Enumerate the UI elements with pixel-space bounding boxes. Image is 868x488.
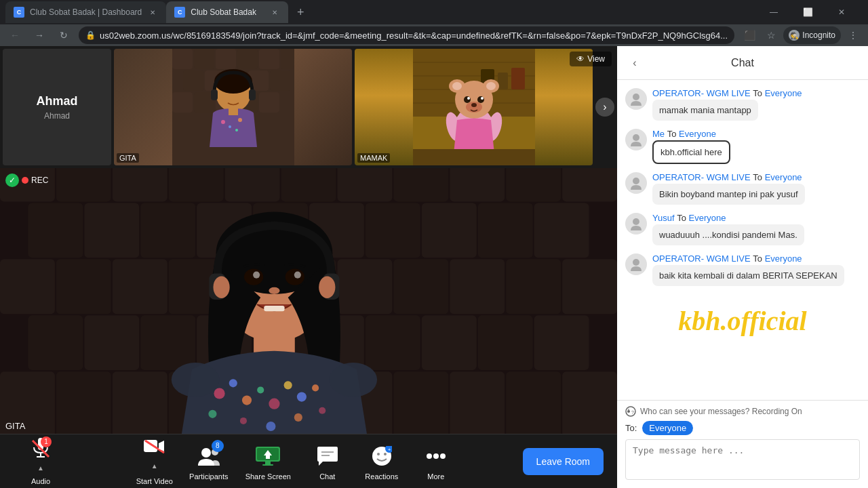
rec-indicator: ✓ REC: [5, 174, 48, 187]
chat-sender-5: OPERATOR- WGM LIVE To Everyone: [652, 253, 860, 264]
kbh-text: kbh.official: [678, 305, 806, 337]
tab-2-close[interactable]: ✕: [269, 7, 280, 18]
svg-point-21: [221, 120, 225, 124]
svg-point-121: [269, 399, 279, 409]
svg-point-149: [384, 453, 387, 455]
svg-rect-84: [84, 315, 139, 370]
mic-container: 1: [31, 438, 50, 460]
svg-point-128: [294, 413, 302, 422]
recording-notice-text: Who can see your messages? Recording On: [640, 407, 802, 416]
menu-icon[interactable]: ⋮: [844, 26, 863, 45]
to-everyone-badge[interactable]: Everyone: [642, 421, 693, 435]
new-tab-button[interactable]: +: [291, 3, 310, 22]
svg-rect-89: [366, 315, 420, 370]
svg-point-156: [633, 134, 639, 141]
svg-rect-143: [262, 464, 273, 466]
svg-point-24: [235, 129, 238, 131]
svg-rect-11: [270, 70, 290, 91]
svg-rect-91: [478, 315, 533, 370]
svg-point-148: [377, 453, 380, 455]
participants-toolbar-item[interactable]: 8 Participants: [182, 438, 236, 485]
participants-count: 8: [212, 440, 224, 452]
svg-rect-25: [229, 108, 238, 115]
svg-rect-53: [113, 168, 167, 201]
chat-footer: ? Who can see your messages? Recording O…: [617, 400, 868, 488]
mamak-thumbnail[interactable]: MAMAK: [355, 49, 593, 165]
chat-bubble-2: kbh.official here: [652, 140, 730, 164]
share-screen-toolbar-item[interactable]: Share Screen: [236, 438, 300, 485]
more-toolbar-item[interactable]: More: [409, 438, 463, 485]
svg-point-23: [238, 118, 242, 122]
more-dots-icon: [426, 452, 446, 460]
svg-rect-81: [506, 259, 561, 314]
tab-2[interactable]: C Club Sobat Badak ✕: [166, 1, 288, 23]
leave-room-button[interactable]: Leave Room: [523, 448, 604, 475]
svg-text:+: +: [387, 447, 391, 453]
profile-button[interactable]: 🕵 Incognito: [783, 26, 841, 44]
chat-label: Chat: [319, 472, 335, 481]
chat-icon-container: [314, 443, 341, 470]
chat-collapse-button[interactable]: ‹: [625, 54, 644, 73]
browser-chrome: C Club Sobat Badak | Dashboard ✕ C Club …: [0, 0, 868, 46]
view-button[interactable]: 👁 View: [570, 52, 612, 66]
share-screen-svg: [256, 447, 280, 466]
audio-arrow-up[interactable]: ▲: [34, 462, 47, 474]
close-button[interactable]: ✕: [826, 1, 857, 23]
tab-2-favicon: C: [174, 7, 185, 18]
more-label: More: [427, 472, 444, 481]
bottom-toolbar: 1 ▲ Audio ▲: [0, 434, 617, 488]
audio-toolbar-item[interactable]: 1 ▲ Audio: [14, 438, 68, 485]
maximize-button[interactable]: ⬜: [792, 1, 823, 23]
svg-rect-6: [281, 49, 294, 69]
extensions-icon[interactable]: ⬛: [740, 26, 759, 45]
share-screen-label: Share Screen: [245, 472, 291, 481]
gita-thumbnail[interactable]: GITA: [114, 49, 352, 165]
reactions-toolbar-item[interactable]: + Reactions: [355, 438, 409, 485]
svg-point-43: [467, 97, 470, 100]
audio-badge: 1: [41, 436, 52, 447]
reactions-icon: +: [372, 446, 392, 466]
svg-point-131: [329, 363, 377, 397]
chat-title: Chat: [731, 57, 754, 69]
chat-bubble-3: Bikin boyband mantep ini pak yusuf: [652, 184, 805, 205]
start-video-toolbar-item[interactable]: ▲ Start Video: [127, 438, 182, 485]
svg-point-42: [477, 96, 484, 103]
svg-rect-63: [84, 203, 139, 258]
svg-rect-3: [216, 49, 236, 69]
refresh-button[interactable]: ↻: [54, 26, 73, 45]
svg-rect-90: [422, 315, 477, 370]
svg-point-38: [452, 82, 462, 90]
incognito-icon: 🕵: [789, 30, 800, 41]
svg-rect-92: [534, 315, 589, 370]
tab-1-close[interactable]: ✕: [147, 7, 158, 18]
svg-point-117: [214, 388, 224, 399]
svg-point-40: [486, 82, 496, 90]
gita-label: GITA: [117, 153, 139, 163]
strip-next-arrow[interactable]: ›: [595, 98, 614, 117]
tab-1[interactable]: C Club Sobat Badak | Dashboard ✕: [5, 1, 166, 23]
address-bar[interactable]: 🔒 us02web.zoom.us/wc/85169183549/join?tr…: [79, 26, 734, 44]
message-input[interactable]: [625, 439, 860, 480]
chat-message-2: Me To Everyone kbh.official here: [625, 129, 860, 164]
mamak-label: MAMAK: [357, 153, 390, 163]
svg-rect-70: [478, 203, 533, 258]
svg-rect-55: [225, 168, 280, 201]
svg-rect-100: [393, 371, 448, 434]
chat-toolbar-item[interactable]: Chat: [300, 438, 355, 485]
chat-message-5: OPERATOR- WGM LIVE To Everyone baik kita…: [625, 253, 860, 286]
svg-rect-115: [264, 306, 284, 311]
svg-rect-54: [169, 168, 224, 201]
browser-toolbar-icons: ⬛ ☆ 🕵 Incognito ⋮: [740, 26, 863, 45]
main-content: Ahmad Ahmad: [0, 46, 868, 488]
bookmark-icon[interactable]: ☆: [762, 26, 781, 45]
svg-point-122: [284, 381, 292, 389]
chat-message-4: Yusuf To Everyone wuaduuuh ....kondisi p…: [625, 213, 860, 245]
svg-point-155: [633, 94, 639, 100]
svg-point-120: [257, 386, 264, 393]
back-button[interactable]: ←: [5, 26, 24, 45]
minimize-button[interactable]: —: [758, 1, 789, 23]
chat-message-content-4: Yusuf To Everyone wuaduuuh ....kondisi p…: [652, 213, 860, 245]
forward-button[interactable]: →: [30, 26, 49, 45]
reactions-icon-container: +: [368, 443, 395, 470]
video-arrow-up[interactable]: ▲: [148, 458, 161, 474]
